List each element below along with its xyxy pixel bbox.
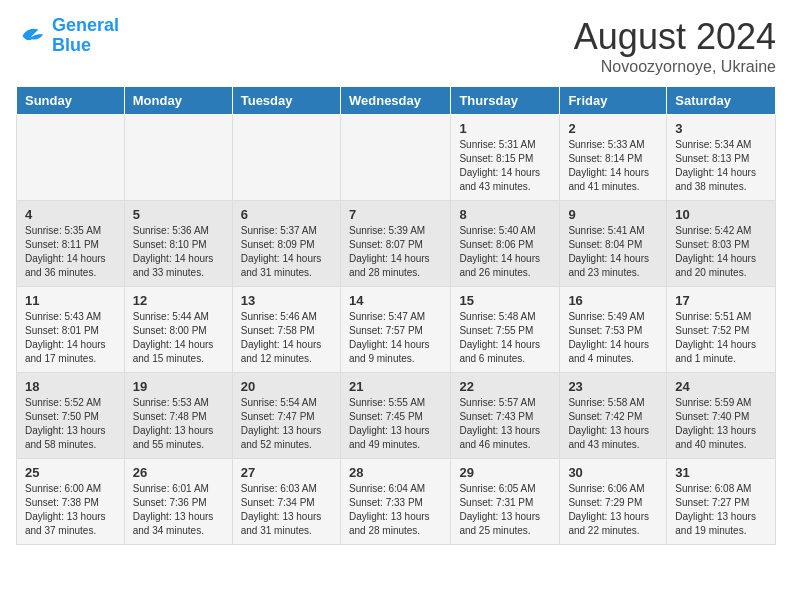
day-number: 17 (675, 293, 767, 308)
calendar-cell (124, 115, 232, 201)
day-info: Sunrise: 5:31 AMSunset: 8:15 PMDaylight:… (459, 138, 551, 194)
calendar-cell: 10Sunrise: 5:42 AMSunset: 8:03 PMDayligh… (667, 201, 776, 287)
day-info: Sunrise: 5:51 AMSunset: 7:52 PMDaylight:… (675, 310, 767, 366)
calendar-cell: 2Sunrise: 5:33 AMSunset: 8:14 PMDaylight… (560, 115, 667, 201)
day-number: 3 (675, 121, 767, 136)
day-number: 2 (568, 121, 658, 136)
calendar-week-row: 25Sunrise: 6:00 AMSunset: 7:38 PMDayligh… (17, 459, 776, 545)
calendar-header-row: SundayMondayTuesdayWednesdayThursdayFrid… (17, 87, 776, 115)
calendar-header-friday: Friday (560, 87, 667, 115)
day-info: Sunrise: 5:39 AMSunset: 8:07 PMDaylight:… (349, 224, 442, 280)
calendar-cell: 23Sunrise: 5:58 AMSunset: 7:42 PMDayligh… (560, 373, 667, 459)
day-info: Sunrise: 5:37 AMSunset: 8:09 PMDaylight:… (241, 224, 332, 280)
day-number: 8 (459, 207, 551, 222)
calendar-cell: 7Sunrise: 5:39 AMSunset: 8:07 PMDaylight… (340, 201, 450, 287)
day-number: 22 (459, 379, 551, 394)
calendar-cell (17, 115, 125, 201)
day-info: Sunrise: 5:34 AMSunset: 8:13 PMDaylight:… (675, 138, 767, 194)
calendar-cell: 31Sunrise: 6:08 AMSunset: 7:27 PMDayligh… (667, 459, 776, 545)
calendar-cell: 28Sunrise: 6:04 AMSunset: 7:33 PMDayligh… (340, 459, 450, 545)
day-info: Sunrise: 5:43 AMSunset: 8:01 PMDaylight:… (25, 310, 116, 366)
day-number: 28 (349, 465, 442, 480)
day-info: Sunrise: 5:59 AMSunset: 7:40 PMDaylight:… (675, 396, 767, 452)
calendar-header-saturday: Saturday (667, 87, 776, 115)
page-header: General Blue August 2024 Novoozyornoye, … (16, 16, 776, 76)
day-number: 20 (241, 379, 332, 394)
calendar-cell (232, 115, 340, 201)
day-number: 13 (241, 293, 332, 308)
day-number: 14 (349, 293, 442, 308)
logo-icon (16, 20, 48, 52)
day-number: 21 (349, 379, 442, 394)
calendar-cell: 21Sunrise: 5:55 AMSunset: 7:45 PMDayligh… (340, 373, 450, 459)
day-number: 27 (241, 465, 332, 480)
day-number: 29 (459, 465, 551, 480)
day-info: Sunrise: 5:36 AMSunset: 8:10 PMDaylight:… (133, 224, 224, 280)
calendar-week-row: 4Sunrise: 5:35 AMSunset: 8:11 PMDaylight… (17, 201, 776, 287)
page-subtitle: Novoozyornoye, Ukraine (574, 58, 776, 76)
calendar-cell: 4Sunrise: 5:35 AMSunset: 8:11 PMDaylight… (17, 201, 125, 287)
day-info: Sunrise: 5:54 AMSunset: 7:47 PMDaylight:… (241, 396, 332, 452)
calendar-cell: 19Sunrise: 5:53 AMSunset: 7:48 PMDayligh… (124, 373, 232, 459)
calendar-cell: 5Sunrise: 5:36 AMSunset: 8:10 PMDaylight… (124, 201, 232, 287)
day-info: Sunrise: 5:47 AMSunset: 7:57 PMDaylight:… (349, 310, 442, 366)
day-info: Sunrise: 5:42 AMSunset: 8:03 PMDaylight:… (675, 224, 767, 280)
calendar-table: SundayMondayTuesdayWednesdayThursdayFrid… (16, 86, 776, 545)
day-info: Sunrise: 5:53 AMSunset: 7:48 PMDaylight:… (133, 396, 224, 452)
day-number: 4 (25, 207, 116, 222)
day-info: Sunrise: 5:57 AMSunset: 7:43 PMDaylight:… (459, 396, 551, 452)
calendar-cell: 27Sunrise: 6:03 AMSunset: 7:34 PMDayligh… (232, 459, 340, 545)
day-info: Sunrise: 5:40 AMSunset: 8:06 PMDaylight:… (459, 224, 551, 280)
calendar-cell (340, 115, 450, 201)
calendar-cell: 26Sunrise: 6:01 AMSunset: 7:36 PMDayligh… (124, 459, 232, 545)
calendar-cell: 1Sunrise: 5:31 AMSunset: 8:15 PMDaylight… (451, 115, 560, 201)
day-number: 23 (568, 379, 658, 394)
calendar-header-wednesday: Wednesday (340, 87, 450, 115)
logo-text: General Blue (52, 16, 119, 56)
day-number: 19 (133, 379, 224, 394)
day-info: Sunrise: 5:55 AMSunset: 7:45 PMDaylight:… (349, 396, 442, 452)
day-number: 25 (25, 465, 116, 480)
day-info: Sunrise: 6:06 AMSunset: 7:29 PMDaylight:… (568, 482, 658, 538)
calendar-header-monday: Monday (124, 87, 232, 115)
day-number: 12 (133, 293, 224, 308)
title-block: August 2024 Novoozyornoye, Ukraine (574, 16, 776, 76)
day-info: Sunrise: 6:01 AMSunset: 7:36 PMDaylight:… (133, 482, 224, 538)
calendar-cell: 8Sunrise: 5:40 AMSunset: 8:06 PMDaylight… (451, 201, 560, 287)
day-number: 24 (675, 379, 767, 394)
calendar-cell: 25Sunrise: 6:00 AMSunset: 7:38 PMDayligh… (17, 459, 125, 545)
calendar-week-row: 1Sunrise: 5:31 AMSunset: 8:15 PMDaylight… (17, 115, 776, 201)
calendar-header-thursday: Thursday (451, 87, 560, 115)
day-number: 16 (568, 293, 658, 308)
day-number: 30 (568, 465, 658, 480)
day-info: Sunrise: 5:41 AMSunset: 8:04 PMDaylight:… (568, 224, 658, 280)
calendar-cell: 30Sunrise: 6:06 AMSunset: 7:29 PMDayligh… (560, 459, 667, 545)
day-info: Sunrise: 5:58 AMSunset: 7:42 PMDaylight:… (568, 396, 658, 452)
day-info: Sunrise: 6:05 AMSunset: 7:31 PMDaylight:… (459, 482, 551, 538)
calendar-cell: 15Sunrise: 5:48 AMSunset: 7:55 PMDayligh… (451, 287, 560, 373)
calendar-header-tuesday: Tuesday (232, 87, 340, 115)
day-info: Sunrise: 5:33 AMSunset: 8:14 PMDaylight:… (568, 138, 658, 194)
calendar-cell: 9Sunrise: 5:41 AMSunset: 8:04 PMDaylight… (560, 201, 667, 287)
calendar-cell: 20Sunrise: 5:54 AMSunset: 7:47 PMDayligh… (232, 373, 340, 459)
logo: General Blue (16, 16, 119, 56)
day-number: 26 (133, 465, 224, 480)
calendar-header-sunday: Sunday (17, 87, 125, 115)
calendar-week-row: 18Sunrise: 5:52 AMSunset: 7:50 PMDayligh… (17, 373, 776, 459)
calendar-cell: 3Sunrise: 5:34 AMSunset: 8:13 PMDaylight… (667, 115, 776, 201)
day-info: Sunrise: 6:00 AMSunset: 7:38 PMDaylight:… (25, 482, 116, 538)
calendar-cell: 14Sunrise: 5:47 AMSunset: 7:57 PMDayligh… (340, 287, 450, 373)
calendar-cell: 24Sunrise: 5:59 AMSunset: 7:40 PMDayligh… (667, 373, 776, 459)
day-number: 5 (133, 207, 224, 222)
day-info: Sunrise: 5:35 AMSunset: 8:11 PMDaylight:… (25, 224, 116, 280)
calendar-cell: 13Sunrise: 5:46 AMSunset: 7:58 PMDayligh… (232, 287, 340, 373)
day-info: Sunrise: 6:04 AMSunset: 7:33 PMDaylight:… (349, 482, 442, 538)
day-info: Sunrise: 5:46 AMSunset: 7:58 PMDaylight:… (241, 310, 332, 366)
calendar-week-row: 11Sunrise: 5:43 AMSunset: 8:01 PMDayligh… (17, 287, 776, 373)
day-number: 31 (675, 465, 767, 480)
day-info: Sunrise: 6:08 AMSunset: 7:27 PMDaylight:… (675, 482, 767, 538)
day-number: 18 (25, 379, 116, 394)
day-info: Sunrise: 5:44 AMSunset: 8:00 PMDaylight:… (133, 310, 224, 366)
calendar-cell: 18Sunrise: 5:52 AMSunset: 7:50 PMDayligh… (17, 373, 125, 459)
calendar-cell: 29Sunrise: 6:05 AMSunset: 7:31 PMDayligh… (451, 459, 560, 545)
